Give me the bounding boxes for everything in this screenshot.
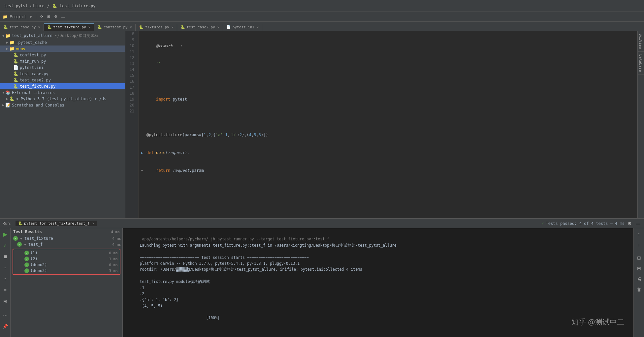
- bottom-toolbar: Run: 🐍 pytest for test_fixture.test_f × …: [0, 219, 644, 228]
- tab-conftest[interactable]: 🐍 conftest.py ×: [94, 24, 136, 31]
- run-stop-btn[interactable]: ⏹: [1, 252, 10, 261]
- run-align-btn[interactable]: ≡: [1, 286, 10, 295]
- tab-icon-pytest-ini: 📄: [226, 25, 231, 29]
- tree-item-venv[interactable]: ▶ 📁 venv: [0, 46, 125, 52]
- check-test-fixture: ✓: [13, 236, 18, 241]
- code-line-14: ▶ def demo(request):: [141, 150, 635, 156]
- run-play-btn[interactable]: ▶: [1, 230, 10, 239]
- right-tab-sciview[interactable]: SciView: [638, 31, 644, 52]
- tab-icon-fixtures: 🐍: [139, 25, 144, 29]
- run-item-demo2[interactable]: ✓ (demo2) 0 ms: [14, 262, 119, 268]
- icon-pytest-ini: 📄: [13, 65, 18, 70]
- tree-item-pytest-ini[interactable]: 📄 pytest.ini: [0, 64, 125, 71]
- tree-item-test-fixture[interactable]: 🐍 test_fixture.py: [0, 83, 125, 89]
- settings-run-btn[interactable]: ⚙: [627, 221, 633, 227]
- test-results-panel: Test Results 4 ms ✓ ▼ test_fixture 4 ms …: [11, 228, 123, 337]
- icon-scratches: 📝: [5, 103, 11, 107]
- run-tab-close[interactable]: ×: [92, 221, 95, 226]
- tab-close-test-fixture[interactable]: ×: [88, 25, 90, 29]
- check-item-2: ✓: [24, 257, 29, 261]
- main-layout: ▼ 📁 test_pytst_allure ~/Desktop/接口测试框 ▶ …: [0, 31, 644, 218]
- code-line-8: @remark :: [141, 43, 635, 49]
- left-run-icons: ▶ ✓ ⏹ ↕ ↑ ≡ ⊞ ⋯ 📌: [0, 228, 11, 337]
- arrow-run-test-fixture: ▼: [19, 237, 23, 240]
- test-results-time: 4 ms: [111, 230, 120, 234]
- split-btn[interactable]: ⊞: [46, 14, 51, 19]
- title-bar: test_pytst_allure / 🐍 test_fixture.py: [0, 0, 644, 12]
- close-run-btn[interactable]: —: [635, 221, 641, 227]
- tab-close-test-case2[interactable]: ×: [217, 25, 219, 29]
- console-cmd-line: .app/contents/helpers/pycharm/_jb_pytest…: [140, 237, 330, 241]
- tree-item-conftest[interactable]: 🐍 conftest.py: [0, 52, 125, 58]
- project-icon: 📁: [3, 15, 8, 19]
- console-output[interactable]: .app/contents/helpers/pycharm/_jb_pytest…: [123, 228, 633, 337]
- code-line-12: [141, 114, 635, 120]
- tab-close-fixtures[interactable]: ×: [172, 25, 174, 29]
- console-launch-line: Launching pytest with arguments test_fix…: [140, 243, 397, 248]
- scroll-filter2-btn[interactable]: ⊟: [634, 264, 644, 273]
- settings-btn[interactable]: ⚙: [53, 14, 59, 19]
- run-filter2-btn[interactable]: ↑: [1, 274, 10, 284]
- run-item-test-f[interactable]: ✓ ▼ test_f 4 ms: [11, 241, 122, 247]
- console-platform: platform darwin -- Python 3.7.6, pytest-…: [140, 261, 300, 266]
- console-rootdir: rootdir: /Users/▓▓▓▓▓g/Desktop/接口测试框架/te…: [140, 267, 362, 272]
- scroll-filter-btn[interactable]: ⊞: [634, 253, 644, 262]
- code-editor[interactable]: @remark : ''' import pytest: [139, 31, 637, 218]
- tab-test-fixture[interactable]: 🐍 test_fixture.py ×: [44, 23, 94, 31]
- project-dropdown[interactable]: ▼: [28, 15, 33, 19]
- tree-item-root[interactable]: ▼ 📁 test_pytst_allure ~/Desktop/接口测试框: [0, 32, 125, 39]
- scroll-up-btn[interactable]: ↑: [634, 230, 644, 239]
- tab-test-case2[interactable]: 🐍 test_case2.py ×: [177, 24, 223, 31]
- console-result-2: .2: [140, 291, 145, 296]
- console-session-start: ========================== test session …: [140, 255, 309, 260]
- tab-test-case[interactable]: 🐍 test_case.py ×: [0, 24, 44, 31]
- scroll-down-btn[interactable]: ↓: [634, 240, 644, 249]
- run-tree: ✓ ▼ test_fixture 4 ms ✓ ▼ test_f 4 ms: [11, 235, 122, 337]
- title-file: test_fixture.py: [60, 4, 95, 8]
- run-more-btn[interactable]: ⋯: [1, 311, 10, 320]
- run-check-btn[interactable]: ✓: [1, 241, 10, 250]
- run-item-1[interactable]: ✓ (1) 0 ms: [14, 250, 119, 256]
- run-filter1-btn[interactable]: ↕: [1, 263, 10, 272]
- test-results-header: Test Results 4 ms: [11, 228, 122, 235]
- tree-item-test-case2[interactable]: 🐍 test_case2.py: [0, 77, 125, 83]
- run-item-demo3[interactable]: ✓ (demo3) 3 ms: [14, 268, 119, 274]
- test-results-label: Test Results: [13, 230, 42, 234]
- tab-icon-test-case: 🐍: [3, 25, 8, 29]
- editor-area: 8 9 10 11 12 13 14 15 16 17 18 19 20 21 …: [125, 31, 644, 218]
- minimize-btn[interactable]: —: [60, 14, 66, 19]
- check-item-1: ✓: [24, 251, 29, 255]
- code-line-17: [141, 203, 635, 209]
- bottom-content: ▶ ✓ ⏹ ↕ ↑ ≡ ⊞ ⋯ 📌 Test Results 4 ms ✓ ▼ …: [0, 228, 644, 337]
- right-tab-database[interactable]: Database: [638, 52, 644, 75]
- tree-item-python37[interactable]: ▶ 🐍 < Python 3.7 (test_pytst_allure) > /…: [0, 96, 125, 102]
- tree-item-external-libs[interactable]: ▼ 📚 External Libraries: [0, 89, 125, 96]
- code-container: 8 9 10 11 12 13 14 15 16 17 18 19 20 21 …: [125, 31, 644, 218]
- tree-item-main-run[interactable]: 🐍 main_run.py: [0, 58, 125, 64]
- tree-item-pytest-cache[interactable]: ▶ 📁 .pytest_cache: [0, 39, 125, 46]
- tree-item-scratches[interactable]: ▶ 📝 Scratches and Consoles: [0, 102, 125, 108]
- run-align2-btn[interactable]: ⊞: [1, 297, 10, 306]
- icon-root: 📁: [5, 33, 11, 38]
- tab-icon-conftest: 🐍: [97, 25, 102, 29]
- project-label: Project: [8, 15, 28, 19]
- scroll-print-btn[interactable]: 🖨: [634, 274, 644, 284]
- tab-fixtures[interactable]: 🐍 fixtures.py ×: [136, 24, 177, 31]
- tab-icon-test-fixture: 🐍: [47, 25, 52, 29]
- tab-close-test-case[interactable]: ×: [38, 25, 40, 29]
- tab-pytest-ini[interactable]: 📄 pytest.ini ×: [223, 24, 262, 31]
- run-tab-test-fixture[interactable]: 🐍 pytest for test_fixture.test_f ×: [16, 221, 97, 226]
- tree-item-test-case[interactable]: 🐍 test_case.py: [0, 71, 125, 77]
- icon-venv: 📁: [9, 46, 15, 51]
- tab-close-conftest[interactable]: ×: [130, 25, 132, 29]
- scroll-trash-btn[interactable]: 🗑: [634, 285, 644, 294]
- run-item-test-fixture[interactable]: ✓ ▼ test_fixture 4 ms: [11, 235, 122, 241]
- console-module-test: test_fixture.py module模块的测试: [140, 279, 210, 284]
- icon-main-run: 🐍: [13, 59, 18, 64]
- tests-passed-label: ✓: [541, 221, 544, 226]
- run-pin-btn[interactable]: 📌: [1, 322, 10, 331]
- run-item-2[interactable]: ✓ (2) 1 ms: [14, 256, 119, 262]
- sync-btn[interactable]: ⟳: [39, 14, 45, 19]
- tab-close-pytest-ini[interactable]: ×: [257, 25, 259, 29]
- icon-test-case2: 🐍: [13, 77, 18, 82]
